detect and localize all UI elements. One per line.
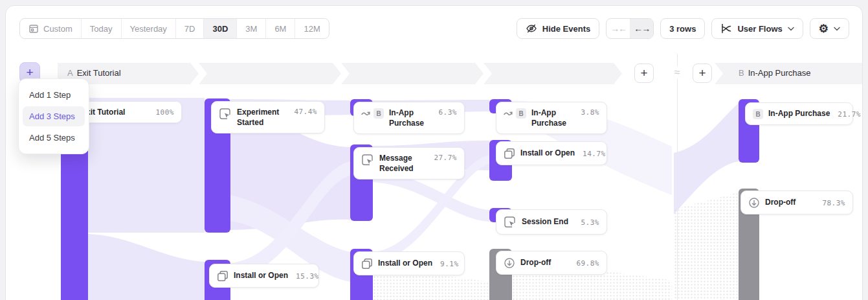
- plus-icon: +: [698, 66, 706, 80]
- section-divider: [677, 54, 678, 300]
- user-flows-chart-icon: [720, 23, 732, 34]
- node-value: 14.7%: [583, 150, 606, 158]
- flow-node-in-app-purchase-3[interactable]: B In-App Purchase 3.8%: [496, 102, 607, 134]
- date-range-label: Custom: [43, 24, 72, 34]
- gear-icon: ⚙: [819, 22, 829, 36]
- flow-node-drop-off-78[interactable]: Drop-off 78.3%: [740, 190, 853, 214]
- node-label: In-App Purchase: [531, 108, 573, 128]
- node-value: 100%: [156, 108, 175, 117]
- node-value: 5.3%: [581, 218, 600, 227]
- settings-button[interactable]: ⚙: [810, 18, 849, 39]
- click-event-icon: [361, 154, 374, 167]
- approx-separator: ≈: [670, 66, 684, 79]
- app-window-icon: [217, 270, 228, 282]
- calendar-icon: [28, 23, 39, 34]
- app-window-icon: [361, 258, 373, 270]
- date-range-custom[interactable]: Custom: [20, 19, 82, 38]
- node-label: Session End: [522, 216, 573, 227]
- date-range-6m[interactable]: 6M: [266, 19, 295, 38]
- menu-item-add-3-steps[interactable]: Add 3 Steps: [23, 106, 85, 126]
- step-band-a-4[interactable]: [484, 63, 622, 84]
- date-range-control: Custom Today Yesterday 7D 30D 3M 6M 12M: [19, 18, 329, 39]
- app-window-icon: [504, 148, 515, 159]
- flow-node-install-or-open-14[interactable]: Install or Open 14.7%: [496, 141, 607, 165]
- flow-node-experiment-started[interactable]: Experiment Started 47.4%: [211, 101, 325, 133]
- node-value: 3.8%: [581, 108, 600, 117]
- menu-item-add-5-steps[interactable]: Add 5 Steps: [19, 128, 89, 148]
- node-label: Install or Open: [378, 258, 432, 268]
- view-selector-label: User Flows: [737, 24, 782, 34]
- date-range-30d[interactable]: 30D: [204, 19, 237, 38]
- node-label: Exit Tutorial: [81, 107, 148, 117]
- node-value: 27.7%: [434, 154, 457, 162]
- expand-arrows-icon: ←→: [634, 23, 649, 34]
- plus-icon: +: [640, 66, 647, 80]
- hide-events-button[interactable]: Hide Events: [517, 18, 599, 39]
- flow-node-exit-tutorial[interactable]: Exit Tutorial 100%: [73, 101, 182, 123]
- node-label: Experiment Started: [237, 107, 286, 128]
- node-label: In-App Purchase: [768, 108, 830, 119]
- date-range-3m[interactable]: 3M: [237, 19, 266, 38]
- date-range-today[interactable]: Today: [82, 19, 122, 38]
- flow-arrow-icon: [504, 110, 513, 117]
- dropoff-flow-texture: [674, 192, 739, 300]
- node-value: 21.7%: [838, 110, 861, 119]
- node-label: Drop-off: [520, 257, 568, 268]
- width-toggle: →← ←→: [606, 18, 654, 39]
- drop-off-icon: [504, 257, 515, 269]
- eye-off-icon: [526, 23, 537, 34]
- flow-node-install-or-open-9[interactable]: Install or Open 9.1%: [353, 251, 465, 275]
- flow-node-in-app-purchase-6[interactable]: B In-App Purchase 6.3%: [353, 102, 465, 134]
- node-label: Drop-off: [765, 197, 814, 207]
- flow-arrow-icon: [361, 110, 370, 117]
- chevron-down-icon: [834, 27, 840, 31]
- segment-b-badge: B: [373, 108, 384, 119]
- add-step-b-button[interactable]: +: [693, 63, 712, 83]
- node-icons: B: [504, 108, 526, 119]
- node-label: In-App Purchase: [389, 108, 431, 128]
- node-label: Install or Open: [234, 270, 288, 281]
- add-step-middle-button[interactable]: +: [634, 63, 654, 83]
- step-band-a-2[interactable]: [199, 63, 341, 84]
- date-range-7d[interactable]: 7D: [176, 19, 205, 38]
- flow-node-message-received[interactable]: Message Received 27.7%: [353, 147, 465, 179]
- node-value: 9.1%: [440, 260, 459, 268]
- expand-columns-button[interactable]: ←→: [630, 19, 653, 38]
- node-value: 78.3%: [822, 199, 845, 207]
- segment-b-badge: B: [516, 108, 526, 119]
- date-range-yesterday[interactable]: Yesterday: [122, 19, 176, 38]
- flow-node-in-app-purchase-21[interactable]: B In-App Purchase 21.7%: [745, 102, 853, 125]
- click-event-icon: [504, 216, 517, 229]
- date-range-12m[interactable]: 12M: [295, 19, 328, 38]
- flow-node-install-or-open-15[interactable]: Install or Open 15.3%: [209, 264, 319, 288]
- node-value: 6.3%: [439, 108, 458, 117]
- click-event-icon: [219, 108, 232, 121]
- flow-node-drop-off-69[interactable]: Drop-off 69.8%: [496, 251, 607, 275]
- node-label: Install or Open: [520, 148, 575, 158]
- node-value: 47.4%: [294, 108, 317, 116]
- step-b-label: BIn-App Purchase: [739, 68, 811, 78]
- flows-panel: Custom Today Yesterday 7D 30D 3M 6M 12M …: [5, 5, 863, 300]
- step-a-label: AExit Tutorial: [67, 68, 121, 78]
- step-b-key: B: [739, 68, 744, 78]
- rows-button[interactable]: 3 rows: [660, 18, 705, 39]
- node-value: 69.8%: [576, 259, 599, 268]
- node-value: 15.3%: [296, 272, 319, 281]
- node-icons: B: [361, 108, 384, 119]
- node-icons: B: [753, 109, 763, 119]
- step-band-a-3[interactable]: [341, 63, 484, 84]
- view-selector-button[interactable]: User Flows: [711, 18, 803, 39]
- collapse-columns-button[interactable]: →←: [606, 19, 630, 38]
- flow-node-session-end[interactable]: Session End 5.3%: [496, 209, 607, 235]
- step-a-key: A: [67, 68, 73, 78]
- toolbar-right: Hide Events →← ←→ 3 rows User Flows: [517, 18, 849, 39]
- collapse-arrows-icon: →←: [610, 23, 626, 34]
- menu-item-add-1-step[interactable]: Add 1 Step: [19, 85, 89, 105]
- rows-label: 3 rows: [669, 24, 696, 34]
- node-label: Message Received: [379, 153, 426, 174]
- segment-b-badge: B: [753, 109, 763, 119]
- hide-events-label: Hide Events: [542, 24, 590, 34]
- add-steps-menu: Add 1 Step Add 3 Steps Add 5 Steps: [18, 78, 89, 154]
- drop-off-icon: [748, 197, 760, 209]
- toolbar: Custom Today Yesterday 7D 30D 3M 6M 12M …: [6, 6, 862, 50]
